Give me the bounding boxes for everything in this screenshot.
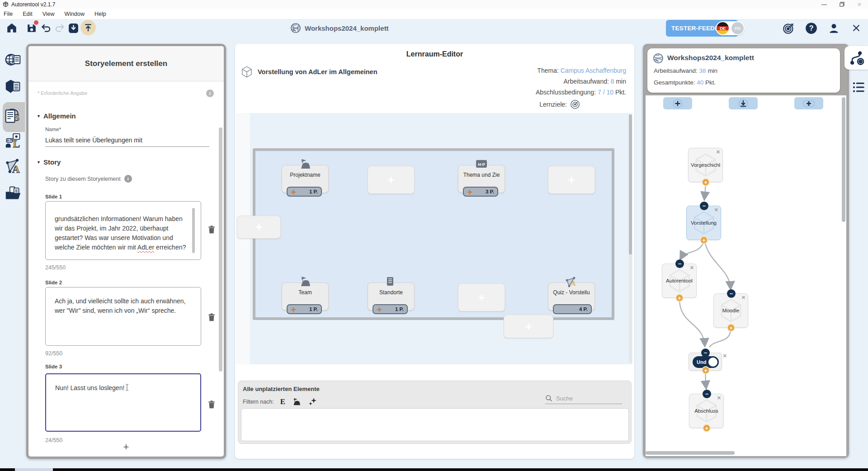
close-window-button[interactable]: ✕: [857, 1, 862, 8]
slot-empty-3[interactable]: +: [458, 283, 505, 311]
graph-vertical-scrollbar[interactable]: [842, 97, 845, 222]
sidebar-item-world-view[interactable]: [5, 51, 22, 68]
unplaced-elements-list[interactable]: [241, 408, 629, 441]
learning-goals-target-icon[interactable]: [570, 99, 580, 109]
delete-node-button[interactable]: ✕: [716, 149, 720, 155]
add-condition-button[interactable]: [794, 97, 823, 109]
remove-connection-button[interactable]: −: [675, 259, 684, 268]
delete-slide2-button[interactable]: [207, 312, 217, 323]
import-button[interactable]: [67, 22, 80, 34]
slot-door-left[interactable]: +: [237, 216, 281, 239]
info-icon[interactable]: i: [206, 89, 214, 97]
delete-node-button[interactable]: ✕: [714, 207, 718, 213]
slot-quiz[interactable]: A Quiz - Vorstellu 4 P.: [548, 283, 595, 311]
add-connection-button[interactable]: +: [727, 324, 735, 332]
lang-de-button[interactable]: DE: [717, 22, 729, 34]
world-overview-panel: Vorgeschichl ✕ + Vorstellung ✕ − + Autor…: [643, 44, 849, 458]
help-button[interactable]: ?: [805, 22, 817, 34]
slot-team[interactable]: Team 1 P.: [282, 283, 329, 311]
filter-adaptivity-elements-button[interactable]: [308, 397, 317, 406]
slide1-textarea[interactable]: grundsätzlichen Informationen! Warum hab…: [45, 201, 201, 260]
slot-thema-und-ziele[interactable]: H·P Thema und Zie 3 P.: [458, 165, 505, 193]
remove-connection-button[interactable]: −: [727, 289, 736, 298]
add-connection-button[interactable]: +: [675, 294, 684, 302]
remove-connection-button[interactable]: −: [703, 390, 711, 398]
filter-story-elements-button[interactable]: [292, 398, 302, 406]
publish-button[interactable]: [80, 20, 96, 35]
delete-slide1-button[interactable]: [207, 224, 217, 235]
menu-file[interactable]: File: [4, 11, 13, 17]
slot-empty-2[interactable]: +: [548, 166, 595, 194]
text-cursor-icon: [125, 384, 129, 391]
add-space-button[interactable]: [663, 97, 692, 109]
graph-node-moodle[interactable]: Moodle ✕ − +: [713, 293, 748, 328]
name-input[interactable]: Lukas teilt seine Überlegungen mit: [45, 137, 209, 147]
graph-node-vorstellung[interactable]: Vorstellung ✕ − +: [686, 206, 721, 240]
graph-node-autorentool[interactable]: Autorentool ✕ − +: [662, 264, 697, 298]
graph-node-und-condition[interactable]: Und ✕ − +: [689, 353, 722, 371]
unsaved-changes-dot: [34, 20, 38, 25]
filter-text-elements-button[interactable]: E: [280, 397, 285, 406]
points-label: Gesamtpunkte:: [654, 79, 695, 86]
remove-connection-button[interactable]: −: [701, 349, 710, 357]
canvas-scrollbar[interactable]: [629, 114, 632, 254]
menu-view[interactable]: View: [42, 11, 55, 17]
menu-window[interactable]: Window: [65, 11, 85, 17]
redo-button[interactable]: [53, 22, 66, 34]
slide3-textarea[interactable]: Nun! Lasst uns loslegen!: [45, 373, 201, 432]
sidebar-item-adaptivity-element[interactable]: A: [5, 158, 22, 175]
slide2-textarea[interactable]: Ach ja, und vielleicht sollte ich auch e…: [45, 287, 201, 346]
add-slide-button[interactable]: +: [28, 441, 224, 453]
save-button[interactable]: [25, 22, 38, 34]
graph-node-vorgeschichte[interactable]: Vorgeschichl ✕ +: [688, 148, 723, 182]
undo-button[interactable]: [40, 22, 52, 34]
language-toggle[interactable]: DE EN: [716, 21, 745, 35]
search-field[interactable]: [545, 395, 622, 404]
delete-node-button[interactable]: ✕: [717, 395, 721, 401]
home-button[interactable]: [5, 22, 18, 34]
graph-node-abschluss[interactable]: Abschluss ✕ − +: [689, 394, 724, 428]
points-star-icon: [290, 306, 297, 313]
slot-empty-1[interactable]: +: [368, 166, 415, 194]
import-space-button[interactable]: [729, 97, 758, 109]
delete-node-button[interactable]: ✕: [741, 295, 745, 301]
slot-door-bottom[interactable]: +: [504, 315, 553, 338]
section-story[interactable]: ▾ Story: [38, 158, 61, 166]
learning-goals-button[interactable]: [782, 22, 795, 34]
delete-node-button[interactable]: ✕: [723, 353, 727, 359]
slot-standorte[interactable]: Standorte 1 P.: [368, 283, 415, 311]
room-layout-canvas: Projektname 1 P. + H·P Thema und Zie 3 P…: [236, 113, 632, 364]
sidebar-item-learning-element[interactable]: H·PL: [5, 132, 22, 150]
story-panel-scrollbar[interactable]: [219, 127, 222, 372]
remove-connection-button[interactable]: −: [700, 202, 708, 210]
slide1-scrollbar[interactable]: [192, 208, 195, 253]
menu-edit[interactable]: Edit: [23, 11, 33, 17]
graph-horizontal-scrollbar[interactable]: [646, 451, 735, 455]
delete-slide3-button[interactable]: [207, 399, 217, 410]
lang-en-button[interactable]: EN: [731, 22, 744, 34]
menu-help[interactable]: Help: [94, 11, 106, 17]
restore-button[interactable]: [840, 2, 844, 7]
section-allgemein[interactable]: ▾ Allgemein: [38, 112, 76, 120]
node-label: Vorstellung: [687, 220, 721, 226]
search-input[interactable]: [556, 395, 615, 402]
node-label: Autorentool: [662, 278, 696, 283]
add-connection-button[interactable]: +: [703, 424, 711, 432]
close-project-button[interactable]: [850, 22, 863, 34]
sidebar-item-space-view[interactable]: [5, 78, 22, 95]
space-list-view-icon[interactable]: [852, 80, 865, 94]
add-connection-button[interactable]: +: [702, 366, 710, 374]
minimize-button[interactable]: —: [821, 1, 827, 8]
slot-projektname[interactable]: Projektname 1 P.: [282, 165, 329, 193]
delete-node-button[interactable]: ✕: [690, 265, 694, 271]
add-connection-button[interactable]: +: [700, 236, 708, 244]
sidebar-item-archive[interactable]: [5, 184, 22, 202]
condition-unit: Pkt.: [615, 89, 626, 96]
info-icon[interactable]: i: [124, 175, 132, 183]
user-account-button[interactable]: [827, 22, 840, 34]
text-element-icon: [298, 277, 312, 287]
path-condition-icon[interactable]: [849, 51, 864, 66]
svg-text:H·P: H·P: [7, 139, 12, 142]
add-connection-button[interactable]: +: [702, 178, 710, 186]
sidebar-item-story-element[interactable]: S: [5, 108, 22, 125]
